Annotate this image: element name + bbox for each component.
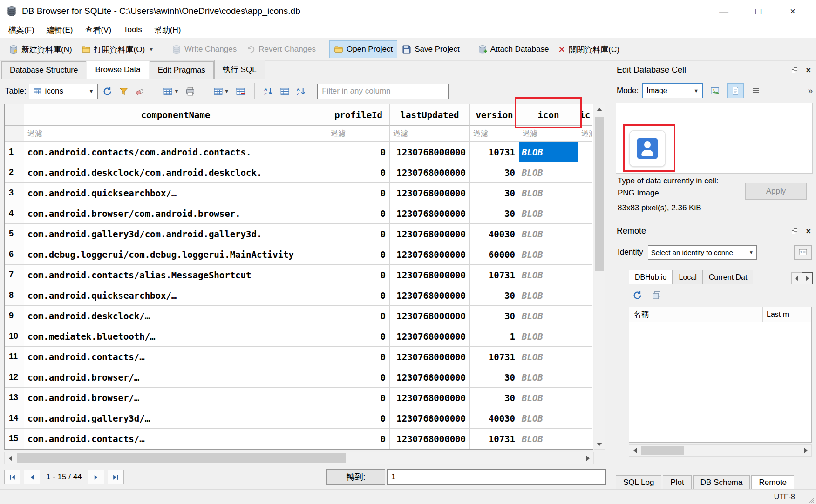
scroll-left-icon[interactable] (5, 452, 16, 464)
row-number[interactable]: 1 (5, 142, 24, 162)
cell-version[interactable]: 30 (470, 203, 519, 224)
encoding-indicator[interactable]: UTF-8 (774, 493, 795, 501)
cell-lastupdated[interactable]: 1230768000000 (390, 224, 470, 244)
filter-input-icon[interactable]: 過濾 (519, 126, 578, 142)
delete-record-button[interactable] (234, 84, 247, 98)
row-number[interactable]: 6 (5, 244, 24, 265)
cell-overflow[interactable] (578, 388, 592, 408)
identity-select[interactable]: Select an identity to conne ▼ (648, 245, 757, 260)
mode-select[interactable]: Image ▼ (642, 83, 703, 98)
horizontal-scroll-track[interactable] (16, 452, 582, 464)
cell-version[interactable]: 40030 (470, 408, 519, 429)
close-panel-icon[interactable]: × (806, 227, 811, 235)
cell-icon[interactable]: BLOB (519, 162, 578, 183)
word-wrap-button[interactable] (748, 83, 764, 98)
row-number[interactable]: 14 (5, 408, 24, 429)
cell-componentname[interactable]: com.android.quicksearchbox/… (24, 285, 327, 306)
insert-record-button[interactable]: ▼ (211, 84, 231, 98)
cell-profileid[interactable]: 0 (327, 162, 390, 183)
cell-profileid[interactable]: 0 (327, 326, 390, 347)
cell-componentname[interactable]: com.android.browser/… (24, 367, 327, 388)
menu-item-3[interactable]: 查看(V) (79, 22, 117, 38)
row-number[interactable]: 15 (5, 429, 24, 449)
cell-lastupdated[interactable]: 1230768000000 (390, 142, 470, 162)
cell-componentname[interactable]: com.android.gallery3d/com.android.galler… (24, 224, 327, 244)
attach-database-button[interactable]: Attach Database (473, 40, 554, 58)
dock-tab-sql-log[interactable]: SQL Log (616, 475, 661, 489)
cell-overflow[interactable] (578, 224, 592, 244)
cell-overflow[interactable] (578, 326, 592, 347)
cell-icon[interactable]: BLOB (519, 265, 578, 285)
remote-last-modified-column-header[interactable]: Last m (763, 307, 811, 322)
row-number[interactable]: 13 (5, 388, 24, 408)
float-panel-icon[interactable] (791, 228, 798, 235)
filter-input-componentname[interactable]: 過濾 (24, 126, 327, 142)
cell-profileid[interactable]: 0 (327, 306, 390, 326)
cell-profileid[interactable]: 0 (327, 142, 390, 162)
cell-version[interactable]: 10731 (470, 142, 519, 162)
row-number[interactable]: 10 (5, 326, 24, 347)
row-number[interactable]: 2 (5, 162, 24, 183)
open-database-button[interactable]: 打開資料庫(O) ▼ (77, 40, 158, 59)
toolbar-overflow-icon[interactable]: » (808, 86, 813, 96)
vertical-scroll-thumb[interactable] (595, 117, 604, 271)
cell-lastupdated[interactable]: 1230768000000 (390, 347, 470, 367)
remote-tab-dbhub-io[interactable]: DBHub.io (629, 270, 673, 284)
row-number[interactable]: 5 (5, 224, 24, 244)
row-number[interactable]: 7 (5, 265, 24, 285)
scroll-up-icon[interactable] (594, 104, 605, 114)
dock-tab-plot[interactable]: Plot (663, 475, 691, 489)
grid-horizontal-scrollbar[interactable] (4, 452, 594, 464)
cell-icon[interactable]: BLOB (519, 244, 578, 265)
cell-overflow[interactable] (578, 183, 592, 203)
filter-input-ic[interactable]: 過濾 (578, 126, 592, 142)
new-database-button[interactable]: 新建資料庫(N) (4, 40, 77, 59)
cell-icon-selected[interactable]: BLOB (519, 142, 578, 162)
float-panel-icon[interactable] (791, 67, 798, 74)
cell-version[interactable]: 30 (470, 162, 519, 183)
horizontal-scroll-thumb[interactable] (641, 446, 684, 455)
goto-row-button[interactable]: 轉到: (326, 469, 385, 485)
identity-certificate-button[interactable] (794, 245, 812, 260)
cell-componentname[interactable]: com.mediatek.bluetooth/… (24, 326, 327, 347)
tab-database-structure[interactable]: Database Structure (1, 61, 86, 79)
cell-overflow[interactable] (578, 244, 592, 265)
horizontal-scroll-thumb[interactable] (17, 453, 346, 463)
cell-version[interactable]: 10731 (470, 429, 519, 449)
table-select[interactable]: icons ▼ (29, 84, 98, 99)
menu-item-5[interactable]: 幫助(H) (148, 22, 187, 38)
close-button[interactable]: × (775, 1, 810, 21)
cell-version[interactable]: 10731 (470, 265, 519, 285)
revert-changes-button[interactable]: Revert Changes (241, 40, 320, 58)
remote-clone-icon[interactable] (652, 290, 661, 300)
cell-overflow[interactable] (578, 162, 592, 183)
row-number[interactable]: 9 (5, 306, 24, 326)
cell-componentname[interactable]: com.android.browser/com.android.browser. (24, 203, 327, 224)
cell-icon[interactable]: BLOB (519, 326, 578, 347)
cell-lastupdated[interactable]: 1230768000000 (390, 408, 470, 429)
cell-lastupdated[interactable]: 1230768000000 (390, 203, 470, 224)
cell-overflow[interactable] (578, 429, 592, 449)
cell-profileid[interactable]: 0 (327, 224, 390, 244)
cell-version[interactable]: 30 (470, 285, 519, 306)
column-header-version[interactable]: version (470, 104, 519, 126)
cell-lastupdated[interactable]: 1230768000000 (390, 265, 470, 285)
cell-componentname[interactable]: com.android.contacts/alias.MessageShortc… (24, 265, 327, 285)
cell-version[interactable]: 30 (470, 367, 519, 388)
filter-any-column-input[interactable] (317, 84, 449, 99)
vertical-scroll-track[interactable] (594, 114, 605, 439)
cell-overflow[interactable] (578, 347, 592, 367)
cell-profileid[interactable]: 0 (327, 367, 390, 388)
cell-icon[interactable]: BLOB (519, 306, 578, 326)
cell-componentname[interactable]: com.android.gallery3d/… (24, 408, 327, 429)
maximize-button[interactable]: □ (741, 1, 775, 21)
tab-sql[interactable]: 執行 SQL (214, 60, 265, 79)
refresh-table-button[interactable] (101, 84, 114, 98)
cell-icon[interactable]: BLOB (519, 388, 578, 408)
row-number[interactable]: 11 (5, 347, 24, 367)
cell-version[interactable]: 1 (470, 326, 519, 347)
cell-version[interactable]: 30 (470, 388, 519, 408)
remote-horizontal-scrollbar[interactable] (629, 444, 812, 457)
cell-version[interactable]: 10731 (470, 347, 519, 367)
cell-version[interactable]: 30 (470, 183, 519, 203)
